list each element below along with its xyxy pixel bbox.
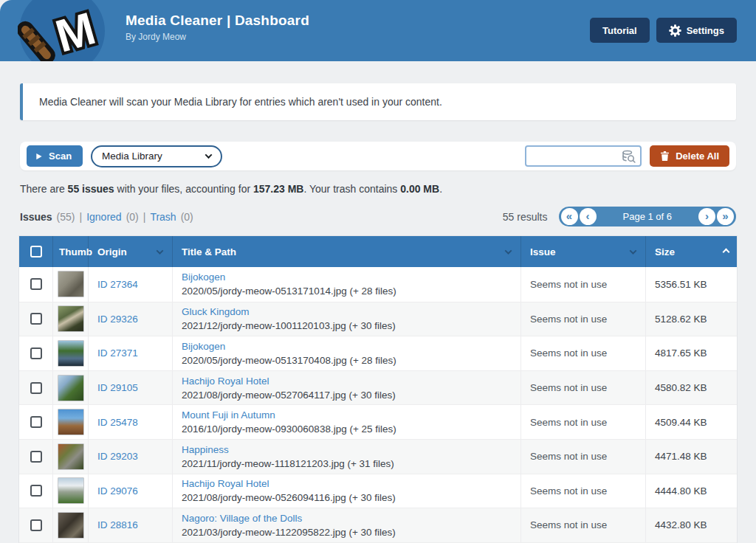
info-notice-text: Media Cleaner will scan your Media Libra… [39, 96, 442, 108]
origin-id-link[interactable]: ID 25478 [97, 417, 138, 428]
thumbnail-image[interactable] [58, 340, 84, 367]
tab-trash-count: (0) [181, 211, 193, 223]
app-header: M Media Cleaner | Dashboard By Jordy Meo… [0, 0, 756, 61]
sort-down-icon [505, 247, 512, 255]
origin-id-link[interactable]: ID 29326 [97, 314, 138, 325]
settings-button-label: Settings [687, 25, 724, 36]
page-indicator: Page 1 of 6 [597, 211, 698, 222]
table-row: ID 27364 Bijokogen 2020/05/jordy-meow-05… [19, 267, 737, 302]
column-header-origin[interactable]: Origin [88, 236, 172, 267]
table-row: ID 25478 Mount Fuji in Autumn 2016/10/jo… [19, 404, 737, 439]
size-text: 4444.80 KB [655, 485, 707, 497]
sort-up-icon [723, 248, 730, 255]
pagination: « ‹ Page 1 of 6 › » [559, 207, 737, 226]
size-text: 4471.48 KB [655, 451, 707, 462]
scan-button-label: Scan [49, 151, 72, 162]
origin-id-link[interactable]: ID 29105 [97, 382, 138, 393]
table-header-row: Thumb Origin Title & Path Issue Size [19, 236, 737, 267]
row-checkbox[interactable] [30, 451, 42, 463]
column-header-title-path[interactable]: Title & Path [172, 236, 520, 267]
previous-page-button[interactable]: ‹ [580, 208, 597, 225]
search-box [525, 145, 642, 167]
last-page-button[interactable]: » [717, 208, 734, 225]
first-page-button[interactable]: « [561, 208, 578, 225]
issue-text: Seems not in use [530, 485, 607, 497]
thumbnail-image[interactable] [58, 305, 84, 332]
title-link[interactable]: Happiness [182, 443, 229, 457]
row-checkbox[interactable] [30, 313, 42, 325]
thumbnail-image[interactable] [58, 271, 84, 297]
database-search-icon [621, 149, 636, 165]
scan-button[interactable]: Scan [27, 145, 83, 167]
file-path: 2020/05/jordy-meow-0513170408.jpg (+ 28 … [182, 353, 396, 367]
select-all-checkbox[interactable] [30, 246, 42, 257]
tab-trash[interactable]: Trash [150, 211, 176, 223]
size-text: 5356.51 KB [655, 279, 707, 290]
trash-size-bold: 0.00 MB [400, 183, 439, 195]
double-chevron-left-icon: « [566, 210, 572, 221]
size-text: 4817.65 KB [655, 347, 707, 359]
play-icon [35, 152, 43, 161]
chevron-right-icon: › [705, 210, 709, 221]
issues-count-bold: 55 issues [68, 183, 114, 195]
title-link[interactable]: Gluck Kingdom [182, 305, 250, 319]
table-row: ID 29203 Happiness 2021/11/jordy-meow-11… [19, 439, 737, 474]
tab-separator: | [143, 211, 146, 223]
tab-separator: | [80, 211, 83, 223]
thumbnail-image[interactable] [58, 409, 84, 435]
row-checkbox[interactable] [30, 347, 42, 359]
row-checkbox[interactable] [30, 485, 42, 497]
table-row: ID 29076 Hachijo Royal Hotel 2021/08/jor… [19, 474, 737, 508]
title-link[interactable]: Nagoro: Village of the Dolls [182, 511, 302, 525]
tutorial-button[interactable]: Tutorial [590, 18, 650, 43]
size-text: 4432.80 KB [655, 519, 707, 530]
total-size-bold: 157.23 MB [253, 183, 303, 195]
thumbnail-image[interactable] [58, 443, 84, 470]
chevron-down-icon [205, 151, 213, 159]
row-checkbox[interactable] [30, 382, 42, 394]
delete-all-button[interactable]: Delete All [650, 145, 729, 167]
tab-ignored[interactable]: Ignored [86, 211, 121, 223]
row-checkbox[interactable] [30, 416, 42, 428]
scan-toolbar: Scan Media Library Delete All [20, 142, 736, 170]
issue-text: Seems not in use [530, 451, 607, 462]
scan-summary: There are 55 issues with your files, acc… [20, 183, 736, 196]
file-path: 2021/08/jordy-meow-0526094116.jpg (+ 30 … [182, 491, 396, 505]
thumbnail-image[interactable] [58, 375, 84, 401]
origin-id-link[interactable]: ID 29203 [97, 451, 138, 462]
origin-id-link[interactable]: ID 27371 [97, 347, 138, 359]
size-text: 4509.44 KB [655, 417, 707, 428]
issue-text: Seems not in use [530, 519, 607, 530]
row-checkbox[interactable] [30, 278, 42, 290]
trash-icon [660, 151, 670, 162]
issue-text: Seems not in use [530, 314, 607, 325]
thumbnail-image[interactable] [58, 477, 84, 504]
title-link[interactable]: Mount Fuji in Autumn [182, 408, 275, 422]
source-select[interactable]: Media Library [91, 145, 222, 167]
column-header-issue[interactable]: Issue [520, 236, 645, 267]
column-header-size[interactable]: Size [645, 236, 738, 267]
sort-down-icon [157, 247, 164, 255]
settings-button[interactable]: Settings [656, 18, 737, 43]
table-row: ID 29105 Hachijo Royal Hotel 2021/08/jor… [19, 370, 737, 405]
issue-text: Seems not in use [530, 417, 607, 428]
file-path: 2021/11/jordy-meow-1118121203.jpg (+ 31 … [182, 457, 394, 471]
row-checkbox[interactable] [30, 519, 42, 531]
origin-id-link[interactable]: ID 28816 [97, 519, 138, 530]
next-page-button[interactable]: › [698, 208, 715, 225]
title-link[interactable]: Hachijo Royal Hotel [182, 374, 269, 388]
title-link[interactable]: Bijokogen [182, 339, 225, 353]
file-path: 2021/08/jordy-meow-0527064117.jpg (+ 30 … [182, 388, 396, 402]
origin-id-link[interactable]: ID 29076 [97, 485, 138, 497]
tab-issues[interactable]: Issues [20, 211, 52, 223]
tutorial-button-label: Tutorial [602, 25, 637, 36]
title-link[interactable]: Bijokogen [182, 270, 225, 284]
file-path: 2021/03/jordy-meow-1122095822.jpg (+ 30 … [182, 525, 396, 539]
chevron-left-icon: ‹ [586, 210, 590, 221]
title-link[interactable]: Hachijo Royal Hotel [182, 477, 269, 491]
table-row: ID 29326 Gluck Kingdom 2021/12/jordy-meo… [19, 302, 737, 336]
issue-text: Seems not in use [530, 279, 607, 290]
tab-ignored-count: (0) [126, 211, 139, 223]
origin-id-link[interactable]: ID 27364 [97, 279, 138, 290]
thumbnail-image[interactable] [58, 512, 84, 539]
